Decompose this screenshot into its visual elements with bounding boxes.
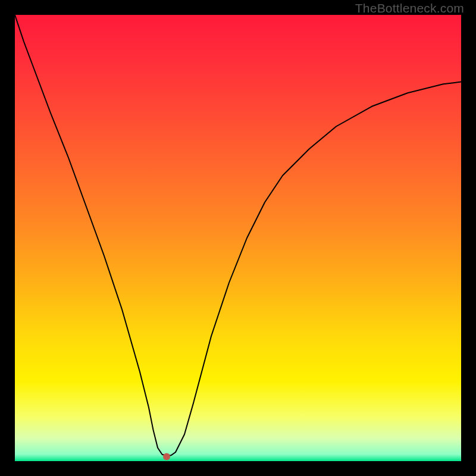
chart-frame: TheBottleneck.com — [0, 0, 476, 476]
chart-svg — [15, 15, 461, 461]
gradient-rect — [15, 15, 461, 461]
plot-area — [15, 15, 461, 461]
watermark-text: TheBottleneck.com — [355, 1, 464, 15]
optimal-point-marker — [163, 453, 170, 461]
